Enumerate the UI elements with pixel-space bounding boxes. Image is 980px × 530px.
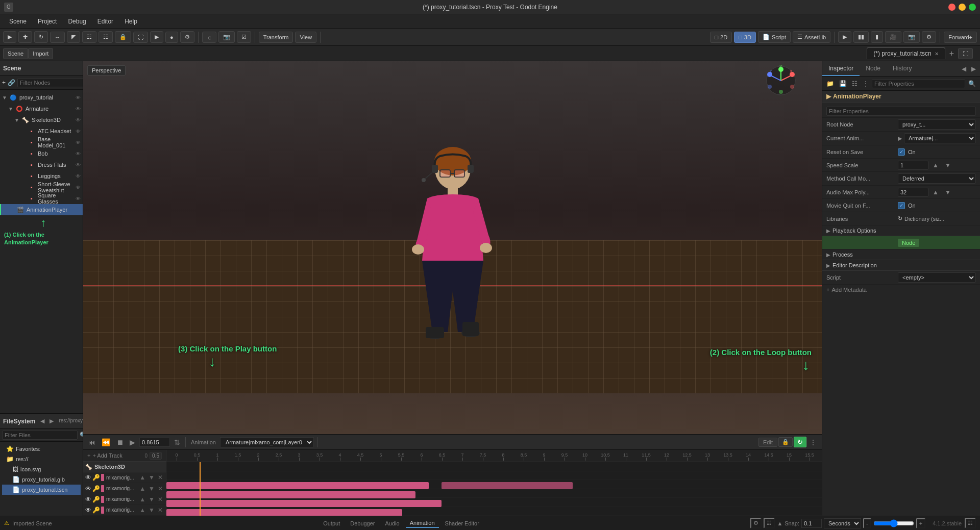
insp-method-call-dropdown[interactable]: Deferred	[898, 173, 976, 184]
insp-process[interactable]: ▶ Process	[822, 249, 980, 260]
fs-item-res[interactable]: 📁 res://	[2, 454, 81, 464]
tool-scale[interactable]: ↔	[50, 32, 65, 43]
eye-icon[interactable]: 👁	[76, 129, 81, 134]
tree-item-sweatshirt[interactable]: ▪ Short-Sleeve Sweatshirt 👁	[0, 182, 83, 193]
menu-help[interactable]: Help	[119, 16, 142, 27]
anim-prev-btn[interactable]: ⏪	[100, 437, 112, 447]
track-delete-btn[interactable]: ✕	[157, 485, 164, 493]
anim-loop-btn[interactable]: ↻	[794, 437, 806, 447]
fs-item-tscn[interactable]: 📄 proxy_tutorial.tscn	[2, 485, 81, 495]
track-up-btn[interactable]: ▲	[138, 506, 146, 514]
scene-tab-btn[interactable]: Scene	[3, 48, 28, 59]
track-row-1[interactable]: 👁 🔑 mixamorig... ▲ ▼ ✕	[83, 483, 166, 494]
add-metadata-btn[interactable]: + Add Metadata	[822, 285, 980, 295]
anim-time-input[interactable]	[139, 438, 170, 447]
tree-item-proxy-tutorial[interactable]: ▼ 🔵 proxy_tutorial 👁	[0, 92, 83, 103]
stop-btn[interactable]: ▮	[871, 31, 883, 43]
insp-speed-scale-down[interactable]: ▼	[943, 161, 953, 170]
timeline-tracks-area[interactable]	[166, 462, 822, 516]
menu-scene[interactable]: Scene	[4, 16, 32, 27]
tab-inspector[interactable]: Inspector	[822, 61, 860, 76]
btn-2d[interactable]: □ 2D	[710, 32, 732, 43]
remote-btn[interactable]: 📷	[903, 31, 920, 43]
track-vis-icon[interactable]: 👁	[85, 485, 91, 492]
anim-lock-btn[interactable]: 🔒	[778, 437, 793, 447]
view-label[interactable]: View	[295, 32, 316, 43]
scene-filter-add-icon[interactable]: +	[2, 79, 6, 86]
anim-track-select[interactable]: Armature|mixamo_com|Layer0	[220, 437, 314, 447]
anim-edit-btn[interactable]: Edit	[758, 438, 777, 447]
eye-icon[interactable]: 👁	[76, 185, 81, 190]
eye-icon[interactable]: 👁	[76, 95, 81, 100]
tree-item-bob[interactable]: ▪ Bob 👁	[0, 148, 83, 159]
snap-input[interactable]	[801, 519, 822, 528]
insp-playback-options[interactable]: ▶ Playback Options	[822, 225, 980, 236]
fs-item-icon-svg[interactable]: 🖼 icon.svg	[2, 464, 81, 474]
tool-grid[interactable]: ☷	[99, 31, 113, 43]
menu-debug[interactable]: Debug	[63, 16, 91, 27]
anim-play-btn[interactable]: ▶	[128, 437, 137, 447]
fs-forward-btn[interactable]: ▶	[47, 417, 56, 425]
tree-item-animation-player[interactable]: 🎬 AnimationPlayer	[0, 204, 83, 215]
tab-node[interactable]: Node	[860, 61, 887, 76]
track-down-btn[interactable]: ▼	[148, 473, 156, 482]
play-scene-btn[interactable]: ▶	[838, 31, 851, 43]
pause-btn[interactable]: ▮▮	[853, 31, 869, 43]
insp-root-node-dropdown[interactable]: proxy_t...	[898, 119, 976, 130]
btn-3d[interactable]: □ 3D	[734, 32, 756, 43]
insp-filter-properties[interactable]	[826, 107, 976, 116]
tree-item-skeleton3d[interactable]: ▼ 🦴 Skeleton3D 👁	[0, 114, 83, 125]
track-down-btn[interactable]: ▼	[148, 506, 156, 514]
scene-filter-link-icon[interactable]: 🔗	[8, 79, 15, 86]
insp-speed-scale-up[interactable]: ▲	[930, 161, 941, 170]
tree-item-armature[interactable]: ▼ ⭕ Armature 👁	[0, 103, 83, 114]
track-delete-btn[interactable]: ✕	[157, 473, 164, 482]
insp-audio-up[interactable]: ▲	[930, 188, 941, 197]
track-vis-icon[interactable]: 👁	[85, 474, 91, 481]
eye-icon[interactable]: 👁	[76, 106, 81, 112]
zoom-out-btn[interactable]: -	[863, 518, 871, 528]
insp-search-btn[interactable]: 🔍	[966, 79, 978, 88]
eye-icon[interactable]: 👁	[76, 151, 81, 157]
tool-snap[interactable]: ☷	[82, 31, 96, 43]
close-button[interactable]	[948, 4, 955, 11]
track-row-3[interactable]: 👁 🔑 mixamorig... ▲ ▼ ✕	[83, 505, 166, 516]
check-box-movie[interactable]: ✓	[898, 202, 905, 209]
tool-group[interactable]: ⛶	[133, 32, 148, 43]
track-down-btn[interactable]: ▼	[148, 485, 156, 493]
tool-rotate[interactable]: ↻	[34, 31, 48, 43]
insp-search-input[interactable]	[872, 79, 965, 88]
fs-item-favorites[interactable]: ⭐ Favorites:	[2, 444, 81, 454]
anim-begin-btn[interactable]: ⏮	[86, 437, 97, 447]
movie-btn[interactable]: 🎥	[885, 31, 901, 43]
more-btn[interactable]: ⚙	[922, 31, 936, 43]
snap-magnet-btn[interactable]: ⚙	[750, 518, 762, 528]
tool-more[interactable]: ●	[165, 32, 178, 43]
insp-script-dropdown[interactable]: <empty>	[898, 272, 976, 283]
tool-light[interactable]: ☼	[202, 32, 216, 43]
transform-label[interactable]: Transform	[259, 32, 293, 43]
timeline-playhead[interactable]	[200, 462, 201, 516]
track-row-0[interactable]: 👁 🔑 mixamorig... ▲ ▼ ✕	[83, 472, 166, 483]
seconds-dropdown[interactable]: Seconds	[824, 518, 861, 528]
track-up-btn[interactable]: ▲	[138, 495, 146, 503]
check-box-reset[interactable]: ✓	[898, 148, 905, 156]
debugger-tab[interactable]: Debugger	[346, 519, 379, 527]
track-vis-icon[interactable]: 👁	[85, 496, 91, 503]
insp-speed-scale-input[interactable]	[898, 161, 928, 170]
track-vis-icon[interactable]: 👁	[85, 507, 91, 514]
insp-current-anim-dropdown[interactable]: Armature|...	[904, 133, 976, 143]
tool-extra[interactable]: ◤	[67, 31, 80, 43]
fs-back-btn[interactable]: ◀	[38, 417, 46, 425]
audio-tab[interactable]: Audio	[381, 519, 404, 527]
scene-filter-input[interactable]	[17, 78, 83, 87]
insp-next-btn[interactable]: ▶	[969, 64, 978, 73]
settings-btn[interactable]: ☷	[965, 518, 976, 528]
anim-time-toggle[interactable]: ⇅	[172, 437, 182, 447]
eye-icon[interactable]: 👁	[76, 162, 81, 168]
eye-icon[interactable]: 👁	[76, 196, 81, 201]
zoom-in-btn[interactable]: +	[916, 518, 925, 528]
track-row-2[interactable]: 👁 🔑 mixamorig... ▲ ▼ ✕	[83, 494, 166, 505]
output-tab[interactable]: Output	[319, 519, 344, 527]
anim-stop-btn[interactable]: ⏹	[114, 437, 126, 447]
